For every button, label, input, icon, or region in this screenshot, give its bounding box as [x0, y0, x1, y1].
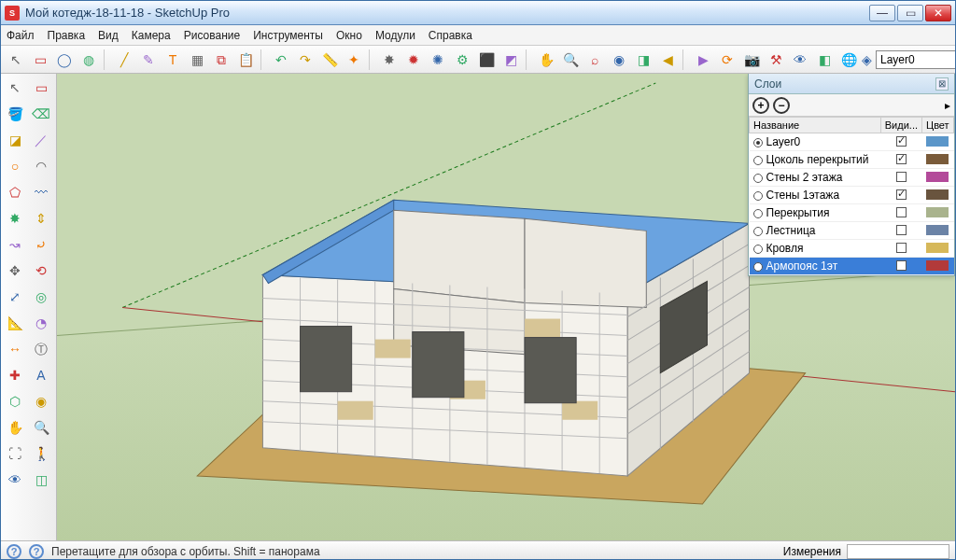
layer-color-swatch[interactable]: [926, 243, 949, 253]
highlight-icon[interactable]: ▦: [186, 49, 208, 71]
layer-row[interactable]: Армопояс 1эт: [750, 258, 954, 275]
line-icon[interactable]: ╱: [113, 49, 135, 71]
menu-help[interactable]: Справка: [429, 29, 472, 42]
menu-view[interactable]: Вид: [98, 29, 119, 42]
box-icon[interactable]: ▭: [29, 49, 51, 71]
plane-icon[interactable]: ◨: [632, 49, 654, 71]
xray-icon[interactable]: ◧: [813, 49, 836, 71]
layer-active-radio[interactable]: [753, 156, 763, 165]
box3d-icon[interactable]: ⬛: [475, 49, 498, 71]
layers-panel-header[interactable]: Слои ⊠: [749, 74, 954, 94]
freehand-icon[interactable]: 〰: [29, 180, 53, 204]
layer-active-radio[interactable]: [753, 227, 763, 236]
scale-icon[interactable]: ⤢: [3, 285, 27, 309]
layer-row[interactable]: Цоколь перекрытий: [750, 151, 954, 169]
layer-row[interactable]: Кровля: [750, 240, 954, 258]
layer-active-radio[interactable]: [753, 191, 763, 201]
menu-camera[interactable]: Камера: [132, 29, 171, 42]
layer-color-swatch[interactable]: [926, 154, 949, 164]
dimension-icon[interactable]: ↔: [3, 337, 27, 361]
offset-icon[interactable]: ◎: [29, 285, 53, 309]
text-icon[interactable]: T: [162, 49, 184, 71]
explode-icon[interactable]: ✺: [427, 49, 449, 71]
protractor-icon[interactable]: ◔: [29, 311, 53, 335]
layer-color-swatch[interactable]: [926, 172, 949, 182]
layer-visible-checkbox[interactable]: [896, 243, 907, 253]
line2-icon[interactable]: ／: [29, 128, 53, 152]
move-icon[interactable]: ✥: [3, 259, 27, 283]
menu-window[interactable]: Окно: [336, 29, 362, 42]
ruler-icon[interactable]: 📏: [318, 49, 341, 71]
cam-icon[interactable]: 📷: [740, 49, 763, 71]
text-a-icon[interactable]: A: [29, 363, 53, 387]
col-color[interactable]: Цвет: [922, 118, 954, 133]
col-visible[interactable]: Види...: [880, 118, 921, 133]
layer-row[interactable]: Лестница: [750, 222, 954, 240]
col-name[interactable]: Название: [750, 118, 881, 133]
zoom-icon[interactable]: 🔍: [559, 49, 582, 71]
add-layer-button[interactable]: +: [752, 97, 769, 114]
star2-icon[interactable]: ✹: [402, 49, 425, 71]
hide-icon[interactable]: 👁: [789, 49, 811, 71]
layer-visible-checkbox[interactable]: [896, 225, 907, 235]
layer-color-swatch[interactable]: [926, 225, 949, 235]
rect-icon[interactable]: ▭: [29, 76, 53, 100]
paste-icon[interactable]: 📋: [234, 49, 257, 71]
cursor-icon[interactable]: ↖: [5, 49, 27, 71]
viewport-3d[interactable]: Слои ⊠ + − ▸ Название Види... Цвет Layer…: [57, 74, 955, 540]
menu-draw[interactable]: Рисование: [184, 29, 240, 42]
sandbox-icon[interactable]: ⬡: [3, 389, 27, 413]
undo-icon[interactable]: ↶: [270, 49, 292, 71]
gear-icon[interactable]: ⚙: [451, 49, 473, 71]
layer-visible-checkbox[interactable]: [896, 207, 907, 217]
orbit-icon[interactable]: ◉: [608, 49, 630, 71]
menu-plugins[interactable]: Модули: [375, 29, 415, 42]
layer-visible-checkbox[interactable]: [896, 136, 907, 147]
layer-color-swatch[interactable]: [926, 189, 949, 200]
layer-visible-checkbox[interactable]: [896, 172, 907, 182]
layers-panel-menu-icon[interactable]: ▸: [945, 99, 950, 112]
follow-icon[interactable]: ↝: [3, 232, 27, 257]
section-icon[interactable]: ◫: [29, 468, 53, 492]
layers-panel-close-icon[interactable]: ⊠: [935, 77, 949, 91]
layer-active-radio[interactable]: [753, 138, 763, 147]
zoom-ext-icon[interactable]: ⛶: [3, 441, 27, 466]
layer-row[interactable]: Стены 1этажа: [750, 187, 954, 204]
rotate-icon[interactable]: ⟲: [29, 259, 53, 283]
layer-active-radio[interactable]: [753, 262, 763, 272]
minimize-button[interactable]: —: [869, 5, 895, 21]
pushpull-icon[interactable]: ⇕: [29, 206, 53, 231]
star-icon[interactable]: ✸: [378, 49, 401, 71]
menu-file[interactable]: Файл: [7, 29, 35, 42]
cylinder-icon[interactable]: ◍: [77, 49, 100, 71]
layer-active-radio[interactable]: [753, 209, 763, 218]
polygon-icon[interactable]: ⬠: [3, 180, 27, 204]
axes-icon[interactable]: ✚: [3, 363, 27, 387]
layer-visible-checkbox[interactable]: [896, 154, 907, 164]
eraser-icon[interactable]: ⌫: [29, 102, 53, 126]
orbit2-icon[interactable]: ⟳: [716, 49, 738, 71]
remove-layer-button[interactable]: −: [773, 97, 790, 114]
layer-color-swatch[interactable]: [926, 207, 949, 217]
layer-dropdown[interactable]: Layer0: [876, 50, 956, 69]
layer-visible-checkbox[interactable]: [896, 260, 907, 271]
redo-icon[interactable]: ↷: [294, 49, 316, 71]
zoom-window-icon[interactable]: ⌕: [583, 49, 606, 71]
component-star-icon[interactable]: ✦: [343, 49, 365, 71]
layer-color-swatch[interactable]: [926, 136, 949, 147]
menu-tools[interactable]: Инструменты: [253, 29, 323, 42]
walk-icon[interactable]: 🚶: [29, 441, 53, 466]
layer-row[interactable]: Стены 2 этажа: [750, 169, 954, 187]
arc-icon[interactable]: ◠: [29, 154, 53, 178]
maximize-button[interactable]: ▭: [897, 5, 923, 21]
star-move-icon[interactable]: ✸: [3, 206, 27, 231]
layer-row[interactable]: Layer0: [750, 133, 954, 151]
look-icon[interactable]: 👁: [3, 468, 27, 492]
layer-active-radio[interactable]: [753, 245, 763, 254]
text-label-icon[interactable]: Ⓣ: [29, 337, 53, 361]
copy-icon[interactable]: ⧉: [210, 49, 232, 71]
sphere-icon[interactable]: ◯: [53, 49, 76, 71]
layer-active-radio[interactable]: [753, 174, 763, 183]
select-icon[interactable]: ↖: [3, 76, 27, 100]
paint-icon[interactable]: 🪣: [3, 102, 27, 126]
